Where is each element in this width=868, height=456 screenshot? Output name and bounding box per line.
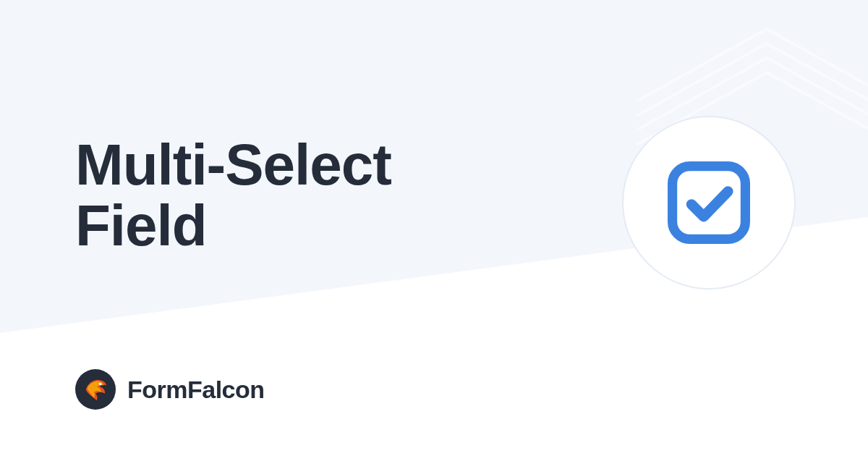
brand-name: FormFalcon (127, 376, 265, 404)
page-title: Multi-Select Field (75, 135, 391, 256)
brand-lockup: FormFalcon (75, 369, 265, 410)
brand-logo-icon (75, 369, 116, 410)
checkbox-checked-icon (665, 159, 752, 246)
title-line-1: Multi-Select (75, 132, 391, 197)
falcon-icon (82, 376, 109, 403)
svg-rect-0 (673, 166, 746, 240)
title-line-2: Field (75, 193, 207, 258)
feature-icon-container (622, 116, 796, 290)
svg-point-1 (99, 383, 101, 385)
